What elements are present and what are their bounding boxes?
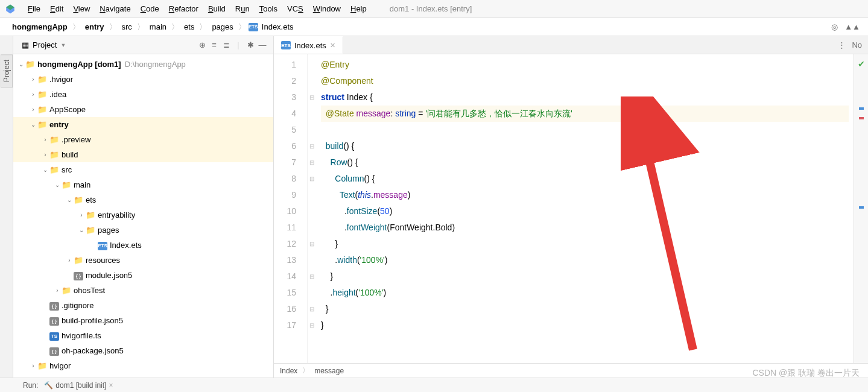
- expand-all-icon[interactable]: ≡: [208, 39, 220, 51]
- project-view-label: Project: [33, 40, 57, 49]
- target-icon[interactable]: ◎: [828, 21, 840, 33]
- tab-index-ets[interactable]: ETS Index.ets ✕: [274, 36, 343, 54]
- close-tab-icon[interactable]: ✕: [330, 42, 335, 49]
- menu-navigate[interactable]: Navigate: [95, 2, 135, 16]
- tree-node[interactable]: { }oh-package.json5: [13, 343, 273, 358]
- crumb-item[interactable]: pages: [209, 21, 235, 33]
- crumb-item[interactable]: main: [147, 21, 169, 33]
- crumb-member[interactable]: message: [314, 367, 344, 375]
- tree-node[interactable]: ›📁entryability: [13, 207, 273, 223]
- chevron-icon: 〉: [136, 22, 146, 33]
- code-editor[interactable]: 1234567891011121314151617 ⊟⊟⊟⊟⊟⊟⊟⊟ @Entr…: [274, 54, 868, 363]
- collapse-all-icon[interactable]: ≣: [220, 39, 232, 51]
- watermark: CSDN @跟 耿瑞 卷出一片天: [752, 368, 860, 379]
- close-run-icon[interactable]: ×: [109, 381, 113, 390]
- tree-node[interactable]: { }build-profile.json5: [13, 313, 273, 328]
- tree-node[interactable]: ›📁ohosTest: [13, 283, 273, 298]
- project-view-selector[interactable]: ▦ Project ▼: [18, 39, 69, 51]
- tree-node[interactable]: ⌄📁hongmengApp [dom1]D:\hongmengApp: [13, 57, 273, 72]
- menu-run[interactable]: Run: [230, 2, 255, 16]
- menu-edit[interactable]: Edit: [45, 2, 68, 16]
- tree-node[interactable]: ⌄📁ets: [13, 192, 273, 207]
- breadcrumb: hongmengApp〉 entry〉 src〉 main〉 ets〉 page…: [10, 21, 296, 33]
- tree-node[interactable]: ›📁hvigor: [13, 358, 273, 373]
- project-panel: ▦ Project ▼ ⊕ ≡ ≣ | ✱ — ⌄📁hongmengApp [d…: [13, 36, 274, 378]
- device-manager-icon[interactable]: ▲▲: [846, 21, 858, 33]
- menu-code[interactable]: Code: [136, 2, 164, 16]
- project-tree[interactable]: ⌄📁hongmengApp [dom1]D:\hongmengApp›📁.hvi…: [13, 54, 273, 378]
- project-panel-header: ▦ Project ▼ ⊕ ≡ ≣ | ✱ —: [13, 36, 273, 54]
- tree-node[interactable]: ⌄📁main: [13, 177, 273, 192]
- tree-node[interactable]: ⌄📁src: [13, 162, 273, 177]
- menu-file[interactable]: File: [23, 2, 45, 16]
- fold-column[interactable]: ⊟⊟⊟⊟⊟⊟⊟⊟: [308, 54, 316, 363]
- main-menu: File Edit View Navigate Code Refactor Bu…: [23, 2, 372, 16]
- menu-vcs[interactable]: VCS: [282, 2, 308, 16]
- code-content[interactable]: @Entry @Component struct Index { @State …: [316, 54, 854, 363]
- marker[interactable]: [859, 117, 864, 119]
- window-title: dom1 - Index.ets [entry]: [390, 4, 472, 13]
- tree-node[interactable]: ›📁AppScope: [13, 102, 273, 117]
- menu-help[interactable]: Help: [346, 2, 372, 16]
- tree-node[interactable]: ›📁resources: [13, 253, 273, 268]
- editor-tabs: ETS Index.ets ✕ ⋮ No: [274, 36, 868, 54]
- navigation-bar: hongmengApp〉 entry〉 src〉 main〉 ets〉 page…: [0, 18, 868, 36]
- editor-marker-strip: ✔: [854, 54, 868, 363]
- editor-area: ETS Index.ets ✕ ⋮ No 1234567891011121314…: [274, 36, 868, 378]
- menubar: File Edit View Navigate Code Refactor Bu…: [0, 0, 868, 18]
- chevron-down-icon: ▼: [60, 42, 66, 48]
- tree-node[interactable]: ›📁build: [13, 147, 273, 162]
- settings-icon[interactable]: ✱: [244, 39, 256, 51]
- right-panel-label[interactable]: No: [852, 40, 862, 49]
- line-gutter: 1234567891011121314151617: [274, 54, 308, 363]
- tab-label: Index.ets: [294, 41, 326, 50]
- divider: |: [232, 39, 244, 51]
- tree-node[interactable]: { }module.json5: [13, 268, 273, 283]
- tool-window-stripe: Project: [0, 36, 13, 378]
- tree-node[interactable]: { }.gitignore: [13, 298, 273, 313]
- hide-icon[interactable]: —: [256, 39, 268, 51]
- menu-refactor[interactable]: Refactor: [164, 2, 203, 16]
- chevron-icon: 〉: [108, 22, 118, 33]
- tree-node[interactable]: ⌄📁entry: [13, 117, 273, 132]
- crumb-item[interactable]: ets: [182, 21, 197, 33]
- menu-build[interactable]: Build: [203, 2, 230, 16]
- more-icon[interactable]: ⋮: [838, 40, 846, 49]
- project-icon: ▦: [22, 40, 29, 49]
- tree-node[interactable]: TShvigorfile.ts: [13, 328, 273, 343]
- crumb-module[interactable]: entry: [83, 21, 107, 33]
- chevron-icon: 〉: [301, 365, 311, 376]
- chevron-icon: 〉: [198, 22, 208, 33]
- crumb-item[interactable]: src: [119, 21, 135, 33]
- inspection-ok-icon[interactable]: ✔: [858, 59, 865, 69]
- tree-node[interactable]: ⌄📁pages: [13, 223, 273, 238]
- status-bar: Run: 🔨 dom1 [build init] ×: [0, 378, 868, 392]
- crumb-struct[interactable]: Index: [280, 367, 297, 375]
- tree-node[interactable]: ›📁.preview: [13, 132, 273, 147]
- chevron-icon: 〉: [170, 22, 180, 33]
- chevron-icon: 〉: [71, 22, 81, 33]
- menu-window[interactable]: Window: [308, 2, 346, 16]
- menu-tools[interactable]: Tools: [255, 2, 282, 16]
- tree-node[interactable]: ›📁.hvigor: [13, 72, 273, 87]
- crumb-file[interactable]: Index.ets: [259, 21, 296, 33]
- app-logo: [5, 4, 16, 14]
- locate-icon[interactable]: ⊕: [196, 39, 208, 51]
- hammer-icon: 🔨: [44, 381, 53, 390]
- tree-node[interactable]: ›📁.idea: [13, 87, 273, 102]
- chevron-icon: 〉: [237, 22, 247, 33]
- run-config-name[interactable]: dom1 [build init]: [55, 381, 106, 390]
- crumb-root[interactable]: hongmengApp: [10, 21, 70, 33]
- ets-file-icon: ETS: [249, 23, 258, 31]
- project-tool-tab[interactable]: Project: [1, 54, 13, 87]
- tree-node[interactable]: ETSIndex.ets: [13, 238, 273, 253]
- ets-file-icon: ETS: [281, 41, 291, 49]
- marker[interactable]: [859, 206, 864, 209]
- run-label[interactable]: Run:: [23, 381, 38, 390]
- menu-view[interactable]: View: [68, 2, 95, 16]
- marker[interactable]: [859, 107, 864, 110]
